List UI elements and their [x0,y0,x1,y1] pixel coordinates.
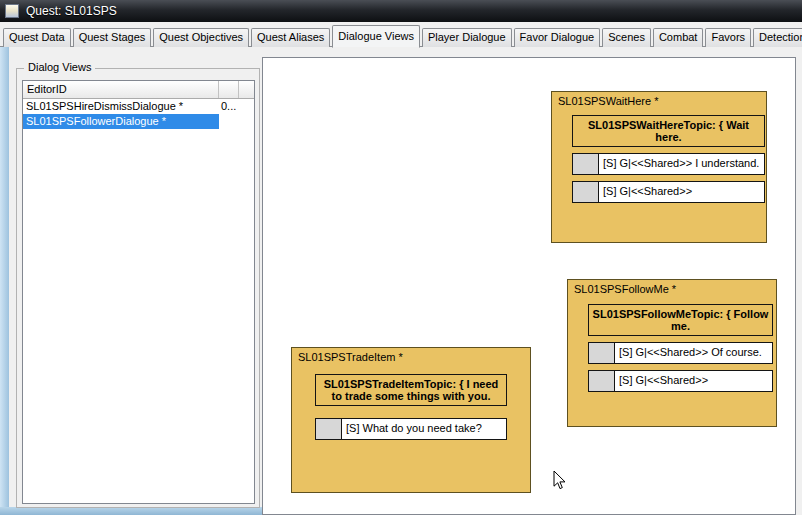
tab-quest-aliases[interactable]: Quest Aliases [251,28,330,47]
tab-player-dialogue[interactable]: Player Dialogue [422,28,512,47]
tab-quest-objectives[interactable]: Quest Objectives [153,28,249,47]
topic-table: SL01SPSTradeItemTopic: { I need to trade… [315,374,507,440]
topic-header[interactable]: SL01SPSWaitHereTopic: { Wait here. [572,115,765,147]
tab-dialogue-views[interactable]: Dialogue Views [332,25,420,48]
info-response-text: [S] G|<<Shared>> Of course. [615,343,772,363]
mouse-cursor [553,470,567,491]
info-index-cell [573,154,599,174]
column-header-editorid[interactable]: EditorID [23,81,219,98]
tab-favor-dialogue[interactable]: Favor Dialogue [514,28,601,47]
column-header-extra[interactable] [219,81,239,98]
dialogue-view-box-waithere[interactable]: SL01SPSWaitHere * SL01SPSWaitHereTopic: … [551,91,767,243]
topic-header[interactable]: SL01SPSTradeItemTopic: { I need to trade… [315,374,507,406]
window-edge-left [0,47,9,515]
info-index-cell [589,343,615,363]
info-row[interactable]: [S] G|<<Shared>> [572,181,765,203]
tab-combat[interactable]: Combat [653,28,704,47]
list-item-label: SL01SPSHireDismissDialogue * [23,99,219,114]
window-icon [5,4,19,18]
column-header-filler [239,81,254,98]
dialogue-view-box-tradeitem[interactable]: SL01SPSTradeItem * SL01SPSTradeItemTopic… [291,347,531,493]
info-response-text: [S] G|<<Shared>> [599,182,764,202]
tab-quest-stages[interactable]: Quest Stages [73,28,152,47]
dialogue-view-box-followme[interactable]: SL01SPSFollowMe * SL01SPSFollowMeTopic: … [567,279,777,427]
list-item-extra [219,114,249,129]
tab-favors[interactable]: Favors [705,28,751,47]
info-index-cell [316,419,342,439]
info-response-text: [S] G|<<Shared>> I understand. [599,154,764,174]
quest-window: Quest: SL01SPS Quest Data Quest Stages Q… [0,0,802,515]
topic-table: SL01SPSFollowMeTopic: { Follow me. [S] G… [588,304,773,392]
topic-table: SL01SPSWaitHereTopic: { Wait here. [S] G… [572,115,765,203]
tab-quest-data[interactable]: Quest Data [3,28,71,47]
dialogue-view-canvas[interactable]: SL01SPSWaitHere * SL01SPSWaitHereTopic: … [262,57,796,515]
dialog-views-group-label: Dialog Views [24,61,95,73]
topic-header[interactable]: SL01SPSFollowMeTopic: { Follow me. [588,304,773,336]
titlebar[interactable]: Quest: SL01SPS [0,0,802,22]
dialogue-view-title: SL01SPSWaitHere * [552,92,766,107]
info-response-text: [S] What do you need take? [342,419,506,439]
info-row[interactable]: [S] G|<<Shared>> [588,370,773,392]
info-row[interactable]: [S] G|<<Shared>> Of course. [588,342,773,364]
info-row[interactable]: [S] What do you need take? [315,418,507,440]
dialogue-view-title: SL01SPSTradeItem * [292,348,530,363]
list-item-follower[interactable]: SL01SPSFollowerDialogue * [23,114,254,129]
window-edge-bottom [0,507,262,515]
info-index-cell [589,371,615,391]
tab-strip: Quest Data Quest Stages Quest Objectives… [3,25,802,47]
info-response-text: [S] G|<<Shared>> [615,371,772,391]
tab-detection[interactable]: Detection [753,28,802,47]
list-item-hiredismiss[interactable]: SL01SPSHireDismissDialogue * 0... [23,99,254,114]
list-header: EditorID [23,81,254,99]
list-item-label: SL01SPSFollowerDialogue * [23,114,219,129]
info-row[interactable]: [S] G|<<Shared>> I understand. [572,153,765,175]
info-index-cell [573,182,599,202]
dialogue-view-title: SL01SPSFollowMe * [568,280,776,295]
dialog-views-list[interactable]: EditorID SL01SPSHireDismissDialogue * 0.… [22,80,255,504]
tab-scenes[interactable]: Scenes [602,28,651,47]
list-item-extra: 0... [219,99,249,114]
window-title: Quest: SL01SPS [26,4,117,18]
